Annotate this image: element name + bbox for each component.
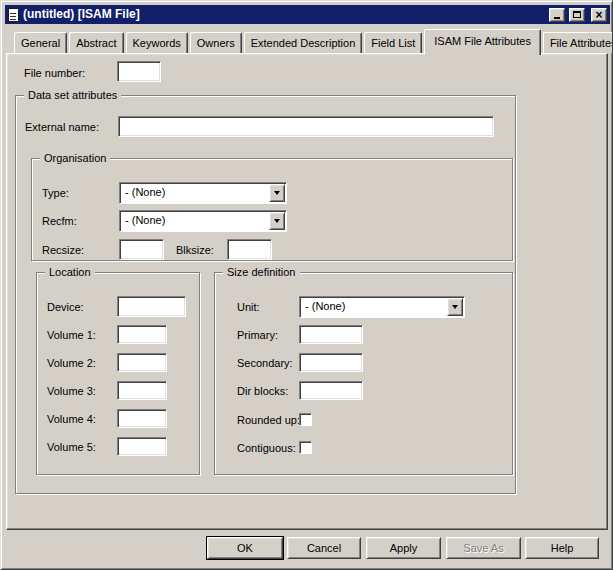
minimize-icon xyxy=(554,17,560,19)
tab-field-list[interactable]: Field List xyxy=(364,32,422,53)
tab-extended-description[interactable]: Extended Description xyxy=(244,32,363,53)
volume-4-input[interactable] xyxy=(117,409,167,428)
tab-owners[interactable]: Owners xyxy=(190,32,242,53)
type-dropdown-value: - (None) xyxy=(120,183,268,203)
dropdown-arrow-icon xyxy=(274,219,280,223)
cancel-button[interactable]: Cancel xyxy=(287,537,361,559)
data-set-attributes-group: Data set attributes External name: Organ… xyxy=(15,95,516,494)
maximize-button[interactable] xyxy=(569,8,585,22)
help-button[interactable]: Help xyxy=(525,537,599,559)
dir-blocks-label: Dir blocks: xyxy=(237,384,288,398)
minimize-button[interactable] xyxy=(549,8,565,22)
primary-input[interactable] xyxy=(299,325,363,344)
close-button[interactable]: × xyxy=(591,8,607,22)
blksize-label: Blksize: xyxy=(176,243,214,257)
blksize-input[interactable] xyxy=(227,239,272,260)
contiguous-checkbox[interactable] xyxy=(299,441,312,454)
dropdown-arrow-icon xyxy=(274,191,280,195)
tab-abstract[interactable]: Abstract xyxy=(69,32,123,53)
file-number-label: File number: xyxy=(24,66,85,80)
device-input[interactable] xyxy=(117,296,186,317)
recfm-label: Recfm: xyxy=(42,214,77,228)
unit-label: Unit: xyxy=(237,300,260,314)
volume-2-label: Volume 2: xyxy=(47,356,96,370)
titlebar: (untitled) [ISAM File] × xyxy=(5,5,610,24)
recfm-dropdown-button[interactable] xyxy=(269,212,285,230)
device-label: Device: xyxy=(47,300,84,314)
save-as-button: Save As xyxy=(446,537,521,559)
dropdown-arrow-icon xyxy=(452,305,458,309)
tab-panel-isam-file-attributes: File number: Data set attributes Externa… xyxy=(6,53,608,530)
isam-file-dialog: (untitled) [ISAM File] × General Abstrac… xyxy=(0,0,613,570)
recfm-dropdown-value: - (None) xyxy=(120,211,268,231)
rounded-up-label: Rounded up: xyxy=(237,413,300,427)
volume-4-label: Volume 4: xyxy=(47,412,96,426)
unit-dropdown-button[interactable] xyxy=(447,298,463,316)
tab-strip: General Abstract Keywords Owners Extende… xyxy=(14,31,613,53)
close-icon: × xyxy=(595,10,602,20)
recsize-input[interactable] xyxy=(119,239,164,260)
ok-button[interactable]: OK xyxy=(207,537,283,559)
volume-3-label: Volume 3: xyxy=(47,384,96,398)
file-number-input[interactable] xyxy=(117,61,161,82)
window-title: (untitled) [ISAM File] xyxy=(23,5,545,24)
organisation-group-title: Organisation xyxy=(40,151,110,166)
location-group: Location Device: Volume 1: Volume 2: Vol… xyxy=(36,272,200,475)
dir-blocks-input[interactable] xyxy=(299,381,363,400)
type-dropdown-button[interactable] xyxy=(269,184,285,202)
volume-2-input[interactable] xyxy=(117,353,167,372)
primary-label: Primary: xyxy=(237,328,278,342)
tab-isam-file-attributes[interactable]: ISAM File Attributes xyxy=(424,29,541,55)
location-group-title: Location xyxy=(45,265,95,280)
volume-5-label: Volume 5: xyxy=(47,440,96,454)
secondary-label: Secondary: xyxy=(237,356,293,370)
tab-keywords[interactable]: Keywords xyxy=(126,32,188,53)
unit-dropdown-value: - (None) xyxy=(300,297,446,317)
contiguous-label: Contiguous: xyxy=(237,441,296,455)
rounded-up-checkbox[interactable] xyxy=(299,413,312,426)
tab-file-attributes[interactable]: File Attributes xyxy=(543,32,613,53)
organisation-group: Organisation Type: - (None) Recfm: - (No… xyxy=(31,158,513,261)
type-dropdown[interactable]: - (None) xyxy=(119,182,287,204)
data-set-attributes-group-title: Data set attributes xyxy=(24,88,121,103)
type-label: Type: xyxy=(42,186,69,200)
apply-button[interactable]: Apply xyxy=(366,537,441,559)
maximize-icon xyxy=(573,11,581,18)
external-name-label: External name: xyxy=(25,120,99,134)
document-list-icon xyxy=(8,8,19,22)
volume-5-input[interactable] xyxy=(117,437,167,456)
secondary-input[interactable] xyxy=(299,353,363,372)
recfm-dropdown[interactable]: - (None) xyxy=(119,210,287,232)
unit-dropdown[interactable]: - (None) xyxy=(299,296,465,318)
size-definition-group-title: Size definition xyxy=(223,265,300,280)
recsize-label: Recsize: xyxy=(42,243,84,257)
size-definition-group: Size definition Unit: - (None) Primary: … xyxy=(214,272,513,475)
volume-3-input[interactable] xyxy=(117,381,167,400)
external-name-input[interactable] xyxy=(118,116,494,137)
tab-general[interactable]: General xyxy=(14,32,67,53)
volume-1-input[interactable] xyxy=(117,325,167,344)
volume-1-label: Volume 1: xyxy=(47,328,96,342)
